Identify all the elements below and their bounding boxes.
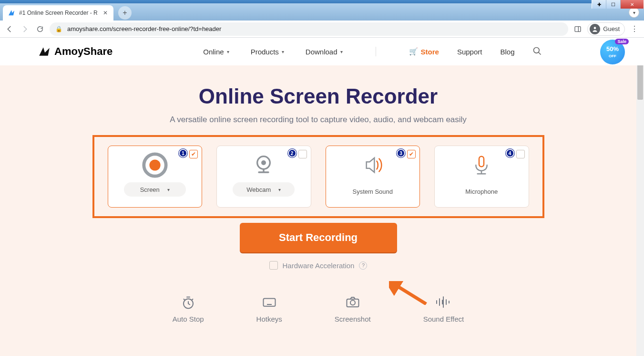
sale-tag: Sale	[615, 39, 629, 44]
microphone-label: Microphone	[465, 188, 498, 195]
feature-sound-effect[interactable]: Sound Effect	[423, 296, 464, 323]
page-content: Online Screen Recorder A versatile onlin…	[0, 65, 636, 356]
main-nav: Online▾ Products▾ Download▾ 🛒Store Suppo…	[203, 46, 542, 57]
brand-name: AmoyShare	[54, 45, 112, 58]
checkbox-microphone[interactable]: ✔	[516, 150, 525, 158]
start-recording-button[interactable]: Start Recording	[240, 223, 397, 252]
chevron-down-icon: ▾	[282, 49, 284, 54]
url-text: amoyshare.com/screen-recorder-free-onlin…	[67, 25, 221, 32]
page-title: Online Screen Recorder	[0, 84, 636, 108]
card-microphone[interactable]: 4 ✔ Microphone	[434, 146, 529, 208]
nav-products[interactable]: Products▾	[251, 48, 284, 56]
nav-blog[interactable]: Blog	[500, 48, 514, 56]
nav-store[interactable]: 🛒Store	[409, 47, 439, 56]
page-viewport: AmoyShare Online▾ Products▾ Download▾ 🛒S…	[0, 38, 644, 356]
window-minimize-button[interactable]: ✚	[592, 0, 606, 9]
card-system-sound[interactable]: 3 ✔ System Sound	[326, 146, 420, 208]
side-panel-icon[interactable]	[572, 23, 583, 35]
chevron-down-icon: ▾	[340, 49, 343, 54]
webcam-select[interactable]: Webcam▾	[233, 182, 295, 197]
chevron-down-icon: ▾	[278, 187, 281, 192]
svg-point-2	[594, 27, 596, 29]
checkbox-screen[interactable]: ✔	[189, 150, 198, 158]
tabs-expand-button[interactable]: ▾	[629, 7, 639, 18]
soundwave-icon	[435, 296, 451, 308]
profile-chip[interactable]: Guest	[587, 22, 625, 36]
back-button[interactable]	[4, 23, 15, 35]
svg-point-3	[534, 47, 540, 53]
chrome-menu-button[interactable]: ⋮	[629, 23, 640, 35]
desktop-title-bar	[0, 0, 644, 3]
nav-support[interactable]: Support	[457, 48, 482, 56]
card-screen[interactable]: 1 ✔ Screen▾	[108, 146, 203, 208]
step-badge-4: 4	[506, 149, 514, 157]
webcam-icon	[252, 153, 276, 178]
clock-icon	[181, 296, 195, 308]
logo-mark-icon	[38, 45, 51, 58]
lock-icon: 🔒	[55, 26, 62, 32]
help-icon[interactable]: ?	[359, 262, 367, 270]
svg-rect-12	[263, 299, 275, 306]
checkbox-webcam[interactable]: ✔	[298, 150, 307, 158]
sale-badge[interactable]: Sale 50%OFF	[600, 40, 625, 64]
profile-label: Guest	[603, 25, 620, 32]
screen-record-icon	[141, 153, 169, 178]
cart-icon: 🛒	[409, 47, 418, 56]
card-webcam[interactable]: 2 ✔ Webcam▾	[216, 146, 311, 208]
system-sound-label: System Sound	[352, 188, 393, 195]
microphone-icon	[470, 153, 493, 178]
chevron-down-icon: ▾	[167, 187, 170, 192]
brand-logo[interactable]: AmoyShare	[38, 45, 112, 58]
svg-point-6	[149, 159, 160, 170]
step-badge-3: 3	[397, 149, 405, 157]
window-maximize-button[interactable]: ☐	[606, 0, 621, 9]
step-badge-2: 2	[288, 149, 296, 157]
hw-checkbox[interactable]	[269, 261, 278, 270]
svg-rect-0	[575, 26, 581, 31]
search-icon[interactable]	[532, 46, 542, 57]
hw-label: Hardware Acceleration	[283, 262, 355, 270]
checkbox-system-sound[interactable]: ✔	[407, 150, 416, 158]
feature-screenshot[interactable]: Screenshot	[335, 296, 371, 323]
tab-title: #1 Online Screen Recorder - R	[19, 10, 102, 16]
browser-toolbar: 🔒 amoyshare.com/screen-recorder-free-onl…	[0, 21, 644, 38]
tab-close-icon[interactable]: ✕	[102, 10, 109, 16]
nav-divider	[376, 47, 376, 56]
avatar-icon	[590, 24, 600, 34]
window-close-button[interactable]: ✕	[621, 0, 644, 9]
chrome-browser: #1 Online Screen Recorder - R ✕ + ▾ 🔒 am…	[0, 3, 644, 356]
feature-hotkeys[interactable]: Hotkeys	[256, 296, 282, 323]
svg-rect-9	[479, 157, 484, 167]
feature-row: Auto Stop Hotkeys Screenshot Sound Effec…	[0, 296, 636, 323]
reload-button[interactable]	[34, 23, 46, 35]
source-selection-box: 1 ✔ Screen▾ 2 ✔ Webcam▾	[92, 135, 544, 218]
chevron-down-icon: ▾	[227, 49, 229, 54]
svg-line-4	[539, 52, 541, 54]
page-subtitle: A versatile online screen recording tool…	[0, 115, 636, 125]
address-bar[interactable]: 🔒 amoyshare.com/screen-recorder-free-onl…	[50, 22, 568, 36]
tab-strip: #1 Online Screen Recorder - R ✕ + ▾	[0, 3, 644, 21]
nav-download[interactable]: Download▾	[306, 48, 343, 56]
svg-point-14	[350, 300, 355, 305]
hardware-acceleration-row: Hardware Acceleration ?	[0, 261, 636, 270]
forward-button[interactable]	[19, 23, 31, 35]
window-controls: ✚ ☐ ✕	[592, 0, 644, 9]
site-header: AmoyShare Online▾ Products▾ Download▾ 🛒S…	[0, 38, 644, 65]
scrollbar[interactable]	[636, 38, 644, 356]
favicon-icon	[8, 9, 15, 17]
speaker-icon	[361, 153, 385, 178]
nav-online[interactable]: Online▾	[203, 48, 229, 56]
svg-point-8	[261, 160, 266, 165]
keyboard-icon	[262, 296, 276, 308]
feature-autostop[interactable]: Auto Stop	[173, 296, 204, 323]
screen-select[interactable]: Screen▾	[124, 182, 186, 197]
nav-right: 🛒Store Support Blog	[409, 46, 542, 57]
browser-tab[interactable]: #1 Online Screen Recorder - R ✕	[3, 5, 113, 21]
new-tab-button[interactable]: +	[118, 6, 132, 20]
camera-icon	[346, 296, 360, 308]
step-badge-1: 1	[179, 149, 187, 157]
